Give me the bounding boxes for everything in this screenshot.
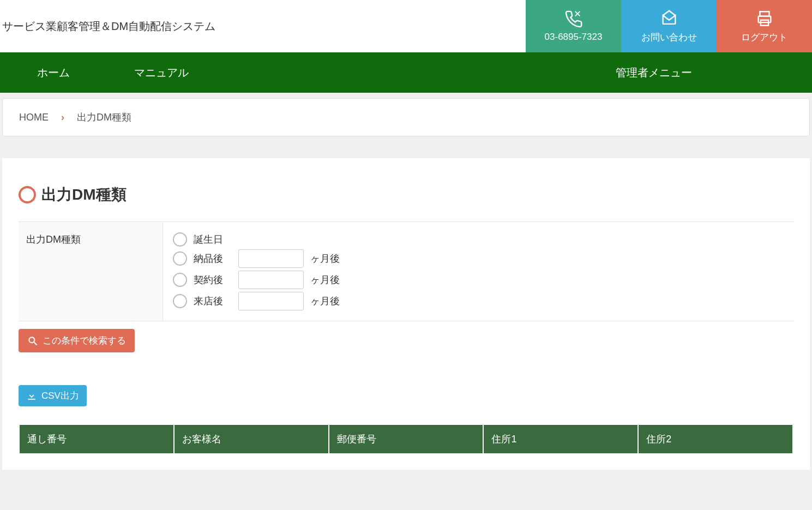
- header-actions: 03-6895-7323 お問い合わせ ログアウト: [526, 0, 812, 52]
- th-customer-name: お客様名: [175, 425, 328, 453]
- mail-icon: [660, 9, 678, 28]
- system-title: サービス業顧客管理＆DM自動配信システム: [0, 0, 215, 52]
- radio-birthday[interactable]: [173, 232, 187, 247]
- search-button[interactable]: この条件で検索する: [19, 329, 135, 352]
- contact-label: お問い合わせ: [641, 31, 697, 44]
- breadcrumb-separator-icon: ›: [61, 112, 64, 123]
- circle-icon: [19, 186, 36, 203]
- nav-left: ホーム マニュアル: [0, 52, 216, 93]
- th-serial: 通し番号: [20, 425, 173, 453]
- breadcrumb: HOME › 出力DM種類: [2, 98, 810, 136]
- visit-months-input[interactable]: [238, 292, 304, 310]
- dm-type-form-row: 出力DM種類 誕生日 納品後 ヶ月後 契約後 ヶ月後 来店後: [19, 221, 793, 321]
- breadcrumb-current: 出力DM種類: [77, 112, 131, 123]
- nav-manual[interactable]: マニュアル: [107, 52, 216, 93]
- main-nav: ホーム マニュアル 管理者メニュー: [0, 52, 812, 93]
- page-title: 出力DM種類: [19, 184, 793, 205]
- th-address1: 住所1: [484, 425, 637, 453]
- nav-admin-menu[interactable]: 管理者メニュー: [616, 52, 692, 93]
- phone-button[interactable]: 03-6895-7323: [526, 0, 621, 52]
- radio-birthday-label: 誕生日: [194, 233, 232, 246]
- breadcrumb-home[interactable]: HOME: [19, 112, 49, 123]
- table-header-row: 通し番号 お客様名 郵便番号 住所1 住所2: [20, 425, 792, 453]
- radio-delivery-row: 納品後 ヶ月後: [173, 249, 784, 268]
- dm-type-label: 出力DM種類: [19, 222, 163, 321]
- logout-button[interactable]: ログアウト: [717, 0, 812, 52]
- contract-months-input[interactable]: [238, 271, 304, 289]
- printer-icon: [755, 9, 774, 28]
- radio-visit-row: 来店後 ヶ月後: [173, 292, 784, 310]
- delivery-months-input[interactable]: [238, 249, 304, 268]
- dm-type-body: 誕生日 納品後 ヶ月後 契約後 ヶ月後 来店後 ヶ月後: [163, 222, 793, 321]
- result-table: 通し番号 お客様名 郵便番号 住所1 住所2: [19, 425, 793, 453]
- nav-home[interactable]: ホーム: [0, 52, 107, 93]
- th-address2: 住所2: [639, 425, 792, 453]
- svg-rect-0: [760, 11, 769, 16]
- radio-contract-label: 契約後: [194, 273, 232, 286]
- radio-delivery-label: 納品後: [194, 252, 232, 265]
- nav-right: 管理者メニュー: [616, 52, 812, 93]
- contact-button[interactable]: お問い合わせ: [621, 0, 717, 52]
- contract-months-suffix: ヶ月後: [310, 273, 340, 286]
- logout-label: ログアウト: [741, 31, 787, 44]
- download-icon: [26, 391, 37, 401]
- th-postal-code: 郵便番号: [329, 425, 483, 453]
- page-title-text: 出力DM種類: [41, 184, 127, 205]
- svg-line-4: [34, 342, 37, 345]
- visit-months-suffix: ヶ月後: [310, 295, 340, 308]
- search-icon: [27, 335, 38, 346]
- csv-button-label: CSV出力: [41, 389, 79, 402]
- radio-after-contract[interactable]: [173, 273, 187, 287]
- svg-point-3: [29, 337, 34, 343]
- radio-after-delivery[interactable]: [173, 251, 187, 266]
- phone-icon: [564, 10, 583, 28]
- radio-birthday-row: 誕生日: [173, 232, 784, 247]
- phone-number: 03-6895-7323: [545, 32, 603, 43]
- radio-visit-label: 来店後: [194, 295, 232, 308]
- csv-export-button[interactable]: CSV出力: [19, 385, 87, 406]
- content: 出力DM種類 出力DM種類 誕生日 納品後 ヶ月後 契約後 ヶ月後: [2, 158, 810, 470]
- header: サービス業顧客管理＆DM自動配信システム 03-6895-7323 お問い合わせ…: [0, 0, 812, 52]
- delivery-months-suffix: ヶ月後: [310, 252, 340, 265]
- breadcrumb-area: HOME › 出力DM種類: [0, 93, 812, 142]
- search-button-label: この条件で検索する: [43, 334, 126, 347]
- radio-after-visit[interactable]: [173, 294, 187, 308]
- radio-contract-row: 契約後 ヶ月後: [173, 271, 784, 289]
